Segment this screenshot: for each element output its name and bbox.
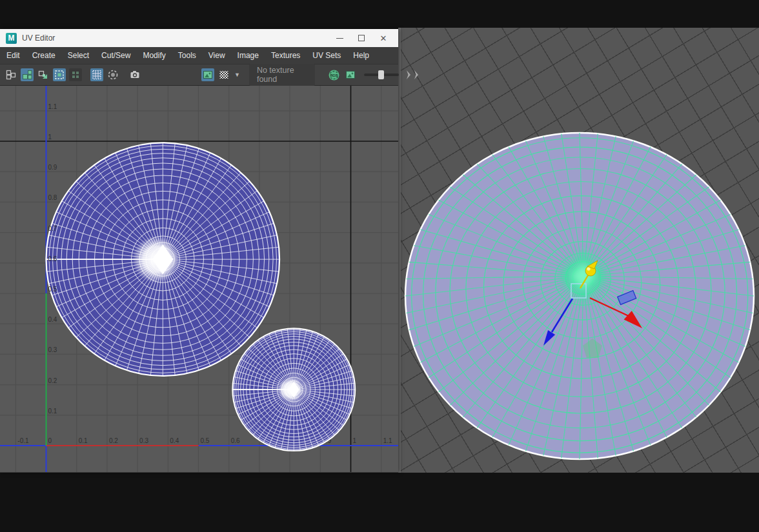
exposure-slider[interactable] [364, 70, 399, 79]
v-axis-label: 1 [48, 133, 52, 141]
menu-item-create[interactable]: Create [32, 51, 56, 60]
v-axis-label: 0.7 [48, 225, 57, 232]
v-axis-label: 0.9 [48, 164, 57, 171]
pixel-grid-icon[interactable] [90, 68, 103, 81]
rgb-channels-icon[interactable]: RGB [328, 68, 341, 81]
tile-layout-icon[interactable] [21, 68, 34, 81]
v-axis-label: 1.1 [48, 103, 57, 110]
v-axis-label: 0.2 [48, 377, 57, 384]
v-axis-label: 0.4 [48, 316, 57, 323]
u-axis-label: 0.1 [79, 437, 88, 444]
dim-display-icon[interactable] [106, 68, 119, 81]
large-disc-shell[interactable] [46, 143, 280, 376]
expand-toolbar-icon[interactable] [405, 70, 420, 80]
menu-item-uv-sets[interactable]: UV Sets [312, 51, 341, 60]
uv-editor-window: M UV Editor ✕ EditCreateSelectCut/SewMod… [0, 29, 398, 473]
u-axis-label: 0 [48, 437, 52, 444]
checker-display-icon[interactable] [218, 68, 230, 81]
tile-grid-dim-icon[interactable] [69, 68, 82, 81]
3d-viewport[interactable] [398, 28, 759, 473]
maya-logo-icon: M [6, 33, 17, 44]
menu-item-modify[interactable]: Modify [143, 51, 165, 60]
image-range-icon[interactable] [344, 68, 357, 81]
u-axis-label: 0.4 [170, 437, 179, 444]
shell-stack-icon[interactable] [37, 68, 50, 81]
menu-item-tools[interactable]: Tools [178, 51, 196, 60]
menu-item-select[interactable]: Select [68, 51, 89, 60]
uv-snapshot-camera-icon[interactable] [128, 68, 141, 81]
minimize-icon [336, 38, 343, 39]
menu-item-edit[interactable]: Edit [6, 51, 20, 60]
u-axis-label: -0.1 [17, 437, 29, 444]
menu-item-cut-sew[interactable]: Cut/Sew [101, 51, 130, 60]
u-axis-label: 0.2 [109, 437, 118, 444]
close-button[interactable]: ✕ [372, 30, 394, 46]
texture-dropdown-arrow-icon[interactable]: ▼ [234, 72, 240, 78]
texture-status: No texture found [249, 64, 315, 86]
u-axis-label: 1 [353, 437, 357, 444]
u-axis-label: 0.5 [201, 437, 210, 444]
v-axis-label: 0.5 [48, 286, 57, 293]
maximize-icon [358, 35, 365, 41]
u-axis-label: 0.6 [231, 437, 240, 444]
image-display-icon[interactable] [201, 68, 214, 81]
uv-canvas[interactable]: -0.100.10.20.30.40.50.60.70.80.911.10.10… [0, 86, 398, 472]
menu-item-help[interactable]: Help [353, 51, 369, 60]
border-select-icon[interactable] [53, 68, 66, 81]
u-axis-label: 0.3 [139, 437, 148, 444]
v-axis-label: 0.6 [48, 255, 57, 262]
small-disc-shell[interactable] [232, 328, 355, 451]
v-axis-label: 0.3 [48, 346, 57, 353]
uv-blocks-icon[interactable] [5, 68, 17, 81]
svg-text:RGB: RGB [330, 74, 338, 77]
menu-item-image[interactable]: Image [238, 51, 259, 60]
slider-handle[interactable] [378, 70, 384, 79]
v-axis-label: 0.1 [48, 408, 57, 415]
minimize-button[interactable] [329, 30, 350, 46]
u-axis-label: 1.1 [383, 437, 392, 444]
maximize-button[interactable] [350, 30, 372, 46]
disc-mesh[interactable] [401, 28, 759, 473]
close-icon: ✕ [380, 34, 387, 43]
menu-item-view[interactable]: View [208, 51, 225, 60]
menu-bar: EditCreateSelectCut/SewModifyToolsViewIm… [0, 47, 398, 64]
maya-application: M UV Editor ✕ EditCreateSelectCut/SewMod… [0, 0, 759, 532]
menu-item-textures[interactable]: Textures [271, 51, 300, 60]
v-axis-label: 0.8 [48, 194, 57, 201]
title-bar[interactable]: M UV Editor ✕ [0, 29, 398, 47]
window-title: UV Editor [22, 34, 329, 43]
toolbar: ▼ No texture found RGB [0, 64, 398, 86]
